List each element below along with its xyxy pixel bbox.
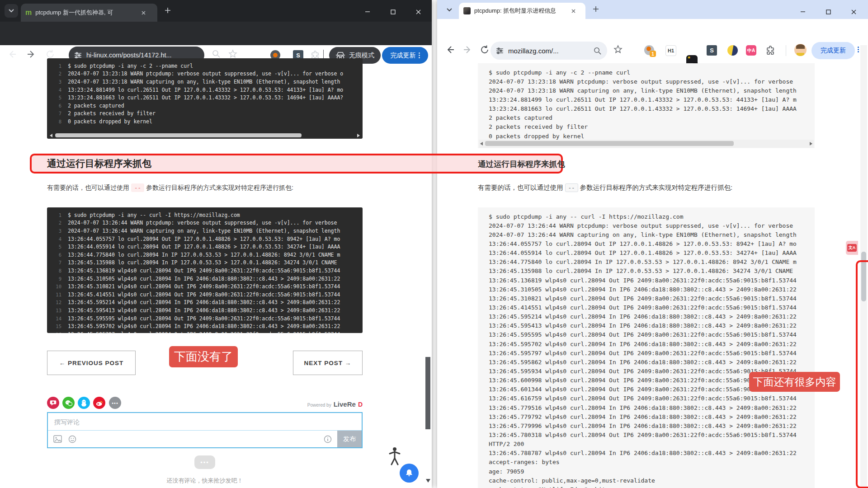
extension-with-badge-1-icon[interactable]: 1 — [644, 45, 654, 55]
minimize-icon[interactable] — [362, 6, 373, 18]
code-line: 13:26:45.595214 wlp4s0 curl.28094 In IP6… — [68, 299, 340, 305]
section-heading: 通过运行目标程序来抓包 — [47, 157, 151, 170]
code-line: 0 packets dropped by kernel — [489, 133, 584, 140]
code-line: 13:26:45.595862 wlp4s0 curl.28094 In IP6… — [489, 359, 797, 366]
powered-by-text: Powered by — [307, 403, 331, 408]
minimize-icon[interactable] — [797, 6, 809, 18]
kebab-menu-icon[interactable] — [858, 47, 859, 52]
tab-search-chevron-icon[interactable] — [443, 4, 456, 16]
bookmark-star-icon[interactable] — [613, 45, 623, 54]
translate-floating-button[interactable]: 文A — [846, 241, 858, 255]
code-line: cache-status: "Netlify Edge"; hit — [489, 486, 605, 488]
code-line: 13:26:45.779516 wlp4s0 curl.28094 In IP6… — [489, 404, 797, 411]
line-number: 4 — [50, 87, 61, 93]
emoji-icon[interactable] — [68, 435, 76, 443]
right-toolbar: mozillazg.com/... 1 H1 ★ 55 S 中A — [437, 19, 868, 45]
window-close-icon[interactable] — [848, 6, 859, 18]
update-chrome-button[interactable]: 完成更新 — [382, 47, 428, 64]
back-icon[interactable] — [7, 49, 17, 59]
s-extension-icon[interactable]: S — [707, 45, 717, 56]
code-line: 13:26:45.595702 wlp4s0 curl.28094 In IP6… — [489, 341, 797, 347]
annotation-more-content-box — [856, 260, 868, 488]
notification-bell-button[interactable] — [400, 464, 419, 483]
code-line: 13:23:24.881499 lo curl.26511 Out IP 127… — [68, 87, 343, 93]
attach-image-icon[interactable] — [53, 435, 62, 443]
profile-avatar[interactable] — [794, 44, 807, 56]
line-number: 2 — [50, 71, 61, 76]
extension-badge-count: 1 — [650, 51, 656, 57]
back-icon[interactable] — [445, 45, 455, 55]
line-number: 15 — [50, 324, 61, 329]
left-page-scroll-down-arrow[interactable] — [426, 479, 430, 483]
tune-icon[interactable] — [496, 47, 504, 55]
desktop: m ptcpdump 新一代抓包神器, 可 — [0, 0, 868, 488]
left-url-text[interactable]: hi-linux.com/posts/14172.ht... — [86, 52, 172, 59]
more-login-options-icon[interactable]: ••• — [109, 397, 121, 409]
code-line: $ sudo ptcpdump -i any -c 2 --pname curl — [68, 63, 193, 69]
tab-close-icon[interactable] — [569, 7, 577, 15]
update-chrome-button[interactable]: 完成更新 — [811, 42, 855, 59]
line-number: 6 — [50, 252, 61, 258]
code-line: 13:26:45.779996 wlp4s0 curl.28094 In IP6… — [489, 422, 797, 429]
line-number: 14 — [50, 316, 61, 321]
code-line: 13:23:24.881663 lo curl.26511 Out IP 127… — [68, 94, 343, 101]
right-active-tab[interactable]: ptcpdump: 抓包时显示进程信息 — [459, 3, 585, 19]
right-url-text[interactable]: mozillazg.com/... — [508, 47, 593, 55]
bookmark-star-icon[interactable] — [228, 49, 237, 58]
maximize-icon[interactable] — [387, 6, 399, 18]
left-active-tab[interactable]: m ptcpdump 新一代抓包神器, 可 — [21, 4, 157, 22]
kebab-menu-icon[interactable] — [419, 52, 420, 58]
weibo-icon[interactable] — [93, 397, 105, 409]
info-icon[interactable] — [324, 435, 332, 443]
code-line: 13:26:44.055914 lo curl.28094 Out IP 127… — [68, 244, 340, 250]
livere-logo: LiveRe — [334, 400, 356, 408]
wechat-icon[interactable] — [62, 397, 75, 409]
reload-icon[interactable] — [480, 45, 490, 55]
h1-extension-icon[interactable]: H1 — [665, 45, 676, 56]
previous-post-button[interactable]: ← PREVIOUS POST — [47, 351, 136, 375]
translate-extension-icon[interactable]: 中A — [746, 45, 756, 56]
forward-icon[interactable] — [26, 49, 36, 59]
powered-by-livere: Powered by LiveRe D — [253, 400, 363, 408]
new-tab-icon[interactable] — [164, 6, 172, 14]
forward-icon[interactable] — [462, 45, 472, 55]
reload-icon[interactable] — [45, 49, 55, 59]
right-address-bar[interactable]: mozillazg.com/... — [491, 42, 607, 60]
mozillazg-favicon — [463, 7, 471, 14]
new-tab-icon[interactable] — [592, 5, 600, 13]
tune-icon[interactable] — [74, 52, 82, 59]
annotation-label-right: 下面还有很多内容 — [749, 372, 840, 392]
inline-code: -- — [565, 183, 578, 192]
code-line: 13:26:44.775840 lo curl.28094 In IP 127.… — [489, 258, 797, 265]
paragraph-text: 有需要的话，也可以通过使用 — [478, 184, 563, 191]
zoom-icon[interactable] — [212, 49, 221, 58]
back-to-top-person-icon[interactable] — [388, 446, 401, 465]
puzzle-extensions-icon[interactable] — [765, 45, 776, 56]
qq-icon[interactable] — [78, 397, 90, 409]
zoom-icon[interactable] — [593, 47, 602, 55]
next-post-button[interactable]: NEXT POST → — [293, 351, 363, 375]
code-line: 2024-07-07 13:23:18 WARN ptcpdump: verbo… — [489, 78, 793, 85]
moon-darkmode-extension-icon[interactable] — [727, 45, 738, 56]
code-line: 13:26:45.135988 lo curl.28094 In IP 127.… — [489, 267, 793, 274]
tab-close-icon[interactable] — [139, 9, 147, 17]
no-comments-text: 还没有评论，快来抢沙发吧！ — [47, 477, 363, 485]
code-horizontal-scrollbar[interactable] — [479, 140, 814, 148]
update-label: 完成更新 — [391, 52, 416, 60]
code-line: 2024-07-07 13:23:18 WARN ptcpdump: verbo… — [68, 70, 343, 77]
line-number: 7 — [50, 111, 61, 116]
code-line: 13:26:45.595702 wlp4s0 curl.28094 In IP6… — [68, 323, 340, 329]
code-block-pname-capture: $ sudo ptcpdump -i any -c 2 --pname curl… — [478, 63, 815, 148]
code-horizontal-scrollbar[interactable] — [49, 132, 361, 139]
left-page-scrollbar-thumb[interactable] — [425, 357, 430, 429]
comment-input-box[interactable]: 撰写评论 发布 — [47, 412, 363, 448]
window-close-icon[interactable] — [412, 6, 424, 18]
publish-comment-button[interactable]: 发布 — [337, 431, 362, 447]
maximize-icon[interactable] — [822, 6, 834, 18]
livere-login-icon[interactable] — [47, 397, 59, 409]
code-line: $ sudo ptcpdump -i any -- curl -I https:… — [68, 212, 240, 218]
tab-search-chevron-icon[interactable] — [5, 4, 18, 18]
line-number: 9 — [50, 276, 61, 282]
code-line: 13:26:45.595797 wlp4s0 curl.28094 Out IP… — [489, 350, 797, 357]
code-line: 13:26:45.135988 lo curl.28094 In IP 127.… — [68, 259, 337, 266]
